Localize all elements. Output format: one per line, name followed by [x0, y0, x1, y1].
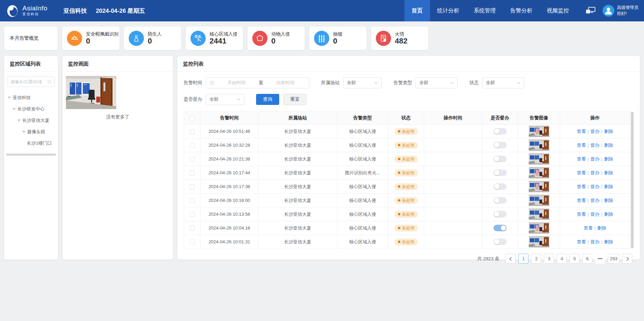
tree-item[interactable]: 长沙亚信大厦: [4, 115, 58, 126]
date-range-picker[interactable]: 开始时间 至 结束时间: [206, 77, 309, 88]
menu-item-system[interactable]: 系统管理: [467, 0, 503, 21]
page-button-6[interactable]: 6: [582, 254, 592, 264]
start-time-placeholder[interactable]: 开始时间: [216, 80, 257, 86]
caret-down-icon[interactable]: [22, 131, 26, 133]
alert-thumbnail-image[interactable]: [529, 167, 549, 178]
caret-down-icon[interactable]: [17, 119, 21, 121]
next-page-button[interactable]: [622, 254, 632, 264]
row-checkbox[interactable]: [190, 198, 195, 203]
supervise-toggle[interactable]: [494, 239, 507, 245]
row-action-delete[interactable]: 删除: [604, 239, 613, 244]
reset-button[interactable]: 重置: [283, 94, 306, 105]
row-action-view[interactable]: 查看: [577, 156, 586, 162]
alert-thumbnail-image[interactable]: [529, 139, 549, 151]
prev-page-button[interactable]: [506, 254, 516, 264]
status-select[interactable]: 全部: [482, 77, 524, 88]
row-action-supervise[interactable]: 督办: [591, 170, 599, 175]
row-action-delete[interactable]: 删除: [604, 198, 613, 203]
table-vertical-scrollbar[interactable]: [631, 112, 634, 248]
supervise-toggle[interactable]: [494, 197, 507, 204]
row-action-supervise[interactable]: 督办: [591, 212, 599, 217]
row-checkbox[interactable]: [190, 226, 195, 231]
user-avatar[interactable]: [603, 5, 614, 17]
caret-down-icon[interactable]: [8, 97, 11, 99]
supervise-toggle[interactable]: [494, 142, 507, 148]
end-time-placeholder[interactable]: 结束时间: [265, 80, 306, 86]
stat-label: 陌生人: [148, 31, 162, 37]
alert-thumbnail-image[interactable]: [529, 195, 549, 206]
status-dot-icon: [398, 227, 400, 229]
row-action-view[interactable]: 查看: [584, 225, 593, 231]
type-select[interactable]: 全部: [416, 77, 458, 88]
page-button-4[interactable]: 4: [557, 254, 567, 264]
row-checkbox[interactable]: [190, 143, 195, 148]
station-select[interactable]: 全部: [343, 77, 382, 88]
supervise-toggle[interactable]: [494, 211, 507, 217]
row-checkbox[interactable]: [190, 171, 195, 175]
page-button-1[interactable]: 1: [518, 254, 528, 264]
row-action-delete[interactable]: 删除: [604, 129, 613, 134]
supervise-toggle[interactable]: [494, 183, 507, 190]
row-action-supervise[interactable]: 督办: [591, 129, 599, 134]
row-checkbox[interactable]: [190, 184, 195, 189]
supervise-toggle[interactable]: [494, 169, 507, 176]
tree-item[interactable]: 长沙1楼门口: [4, 137, 58, 149]
alert-thumbnail-image[interactable]: [529, 222, 549, 234]
type-select-value: 全部: [419, 80, 428, 86]
alert-thumbnail-image[interactable]: [529, 208, 549, 220]
select-all-checkbox[interactable]: [190, 116, 195, 120]
tree-item[interactable]: 亚信科技: [4, 92, 58, 103]
row-checkbox[interactable]: [190, 129, 195, 134]
row-alert-type: 核心区域入侵: [337, 180, 388, 194]
supervise-toggle[interactable]: [494, 156, 507, 162]
row-action-delete[interactable]: 删除: [597, 225, 606, 231]
row-action-view[interactable]: 查看: [577, 143, 586, 148]
menu-item-alert-analysis[interactable]: 告警分析: [503, 0, 540, 21]
alert-thumbnail-image[interactable]: [529, 153, 549, 165]
row-action-delete[interactable]: 删除: [604, 170, 613, 175]
row-checkbox[interactable]: [190, 212, 195, 217]
alert-thumbnail-image[interactable]: [529, 236, 549, 247]
page-button-3[interactable]: 3: [544, 254, 554, 264]
row-action-supervise[interactable]: 督办: [591, 156, 599, 162]
row-action-supervise[interactable]: 督办: [591, 184, 599, 189]
row-op-time: [424, 125, 482, 138]
alert-thumbnail-image[interactable]: [529, 126, 549, 137]
user-greeting: 你好!: [617, 11, 639, 17]
more-pages-button[interactable]: •••: [595, 254, 605, 264]
row-action-view[interactable]: 查看: [577, 170, 586, 175]
row-checkbox[interactable]: [190, 240, 195, 244]
row-action-view[interactable]: 查看: [577, 184, 586, 189]
supervise-toggle[interactable]: [494, 128, 507, 135]
menu-item-statistics[interactable]: 统计分析: [430, 0, 467, 21]
row-action-delete[interactable]: 删除: [604, 143, 613, 148]
row-checkbox[interactable]: [190, 157, 195, 162]
page-button-last[interactable]: 293: [608, 254, 619, 264]
row-action-supervise[interactable]: 督办: [591, 143, 599, 148]
supervise-toggle[interactable]: [494, 225, 507, 231]
region-search-input[interactable]: [11, 79, 46, 84]
row-action-view[interactable]: 查看: [577, 239, 586, 244]
camera-snapshot-image[interactable]: [66, 76, 116, 109]
tree-item[interactable]: 长沙研发中心: [4, 103, 58, 115]
supervise-select[interactable]: 全部: [206, 94, 244, 105]
row-action-view[interactable]: 查看: [577, 212, 586, 217]
row-action-supervise[interactable]: 督办: [591, 239, 599, 244]
caret-down-icon[interactable]: [12, 108, 16, 110]
row-action-view[interactable]: 查看: [577, 198, 586, 203]
row-action-delete[interactable]: 删除: [604, 184, 613, 189]
page-button-5[interactable]: 5: [569, 254, 579, 264]
tree-horizontal-scrollbar[interactable]: [6, 154, 56, 156]
page-button-2[interactable]: 2: [531, 254, 541, 264]
row-action-delete[interactable]: 删除: [604, 156, 613, 162]
search-button[interactable]: 查询: [256, 94, 279, 105]
menu-item-home[interactable]: 首页: [404, 0, 430, 21]
row-action-delete[interactable]: 删除: [604, 212, 613, 217]
row-action-supervise[interactable]: 督办: [591, 198, 599, 203]
screens-icon[interactable]: [585, 7, 596, 15]
row-action-view[interactable]: 查看: [577, 129, 586, 134]
menu-item-video-monitor[interactable]: 视频监控: [540, 0, 576, 21]
alert-thumbnail-image[interactable]: [529, 181, 549, 192]
search-icon[interactable]: [47, 79, 51, 84]
tree-item[interactable]: 摄像头组: [4, 126, 58, 137]
